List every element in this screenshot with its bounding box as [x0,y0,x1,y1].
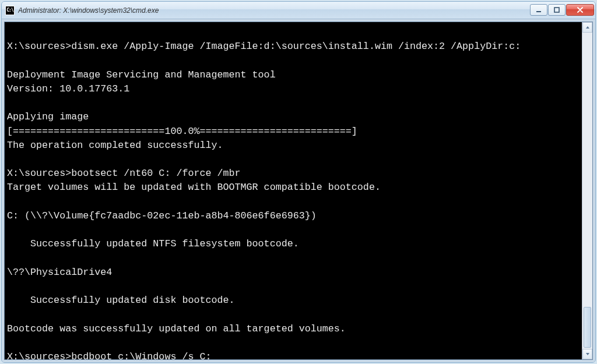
scroll-thumb[interactable] [584,307,591,348]
scroll-track[interactable] [582,33,592,349]
close-button[interactable] [566,4,594,16]
window-title: Administrator: X:\windows\system32\cmd.e… [18,6,530,15]
maximize-icon [554,7,560,13]
client-area: X:\sources>dism.exe /Apply-Image /ImageF… [2,19,595,362]
cmd-window: C:\ Administrator: X:\windows\system32\c… [1,1,596,363]
terminal-output[interactable]: X:\sources>dism.exe /Apply-Image /ImageF… [5,22,582,359]
svg-rect-0 [536,11,541,12]
window-controls [530,4,594,17]
cmd-icon: C:\ [5,6,15,15]
maximize-button[interactable] [548,4,566,16]
svg-rect-1 [554,8,559,12]
chevron-down-icon [585,352,590,356]
scroll-down-button[interactable] [582,349,592,359]
vertical-scrollbar[interactable] [582,22,592,359]
close-icon [577,7,584,13]
terminal-container: X:\sources>dism.exe /Apply-Image /ImageF… [4,22,593,360]
scroll-up-button[interactable] [582,22,592,33]
minimize-icon [536,7,542,13]
titlebar[interactable]: C:\ Administrator: X:\windows\system32\c… [2,2,595,19]
chevron-up-icon [585,26,590,29]
minimize-button[interactable] [530,4,547,16]
